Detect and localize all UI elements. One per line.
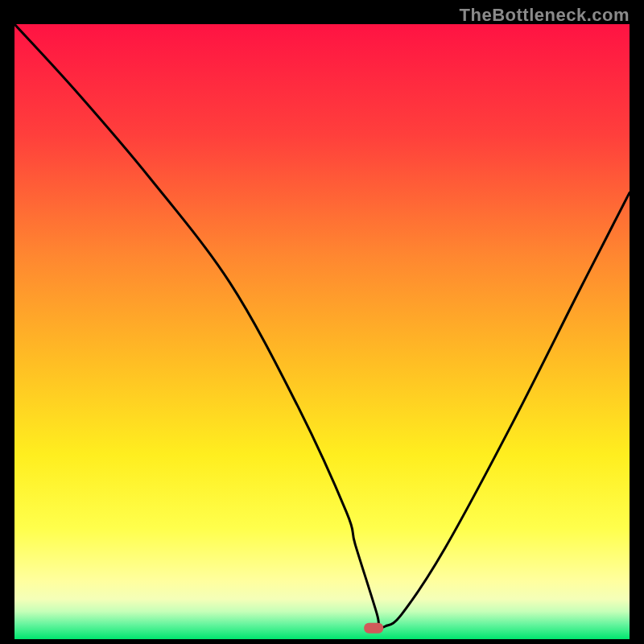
watermark-text: TheBottleneck.com (460, 5, 630, 26)
bottleneck-chart (14, 24, 630, 639)
optimal-marker (364, 623, 383, 634)
plot-background (14, 24, 630, 639)
chart-frame (14, 24, 630, 639)
